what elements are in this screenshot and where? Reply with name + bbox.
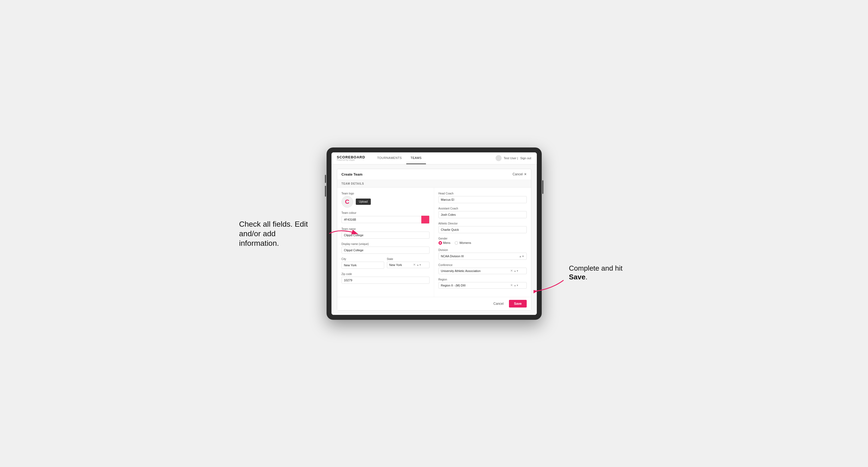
user-name: Test User | xyxy=(504,156,518,160)
assistant-coach-label: Assistant Coach xyxy=(438,207,527,210)
gender-mens-option[interactable]: Mens xyxy=(438,241,451,245)
form-right: Head Coach Assistant Coach Athletic Dire… xyxy=(434,188,531,297)
gender-row: Mens Womens xyxy=(438,241,527,245)
left-arrow-icon xyxy=(327,225,359,242)
colour-field-wrapper xyxy=(342,216,430,224)
division-label: Division xyxy=(438,249,527,251)
tab-teams[interactable]: TEAMS xyxy=(406,152,426,164)
assistant-coach-group: Assistant Coach xyxy=(438,207,527,218)
device-screen: SCOREBOARD Powered by clippd TOURNAMENTS… xyxy=(332,152,537,315)
region-select[interactable]: Region II - (M) DIII ✕ ▲▼ xyxy=(438,282,527,289)
gender-womens-radio[interactable] xyxy=(455,241,458,245)
cancel-button[interactable]: Cancel xyxy=(491,300,506,307)
state-group: State New York ✕ ▲▼ xyxy=(387,257,430,269)
nav-bar: SCOREBOARD Powered by clippd TOURNAMENTS… xyxy=(332,152,537,164)
team-logo-group: Team logo C Upload xyxy=(342,192,430,208)
state-clear-icon[interactable]: ✕ xyxy=(413,263,415,266)
content-area: Create Team Cancel ✕ TEAM DETAILS xyxy=(332,164,537,315)
team-colour-input[interactable] xyxy=(342,216,421,223)
state-arrow-icon: ▲▼ xyxy=(417,263,422,266)
team-colour-group: Team colour xyxy=(342,211,430,224)
city-label: City xyxy=(342,257,384,260)
gender-label: Gender xyxy=(438,237,527,240)
right-arrow-icon xyxy=(533,275,566,297)
athletic-director-input[interactable] xyxy=(438,226,527,233)
form-body: Team logo C Upload Team colo xyxy=(337,188,531,297)
logo-circle: C xyxy=(342,196,353,208)
app-logo: SCOREBOARD Powered by clippd xyxy=(337,155,365,161)
state-label: State xyxy=(387,257,430,260)
gender-group: Gender Mens Womens xyxy=(438,237,527,245)
save-button[interactable]: Save xyxy=(509,300,526,308)
division-group: Division NCAA Division III ▲▼ xyxy=(438,249,527,260)
sign-out-link[interactable]: Sign out xyxy=(520,156,531,160)
gender-womens-option[interactable]: Womens xyxy=(455,241,471,245)
gender-mens-radio[interactable] xyxy=(438,241,442,245)
assistant-coach-input[interactable] xyxy=(438,211,527,218)
display-name-input[interactable] xyxy=(342,247,430,254)
division-select[interactable]: NCAA Division III xyxy=(438,253,527,260)
conference-clear-icon[interactable]: ✕ xyxy=(510,269,513,272)
region-arrow-icon: ▲▼ xyxy=(514,284,519,287)
tab-tournaments[interactable]: TOURNAMENTS xyxy=(373,152,406,164)
nav-user-area: Test User | Sign out xyxy=(496,155,531,161)
conference-label: Conference xyxy=(438,263,527,267)
head-coach-input[interactable] xyxy=(438,196,527,203)
conference-select-actions: ✕ ▲▼ xyxy=(510,269,519,272)
athletic-director-label: Athletic Director xyxy=(438,222,527,225)
form-footer: Cancel Save xyxy=(337,297,531,310)
head-coach-label: Head Coach xyxy=(438,192,527,195)
conference-select[interactable]: University Athletic Association ✕ ▲▼ xyxy=(438,268,527,274)
form-title: Create Team xyxy=(342,172,363,177)
region-select-actions: ✕ ▲▼ xyxy=(510,284,519,287)
team-logo-label: Team logo xyxy=(342,192,430,195)
zip-input[interactable] xyxy=(342,277,430,284)
city-state-row: City State New York ✕ ▲▼ xyxy=(342,257,430,269)
zip-label: Zip code xyxy=(342,273,430,276)
region-clear-icon[interactable]: ✕ xyxy=(510,284,513,287)
avatar xyxy=(496,155,502,161)
display-name-group: Display name (unique) xyxy=(342,243,430,254)
state-select[interactable]: New York ✕ ▲▼ xyxy=(387,261,430,268)
form-left: Team logo C Upload Team colo xyxy=(337,188,434,297)
conference-group: Conference University Athletic Associati… xyxy=(438,263,527,274)
region-group: Region Region II - (M) DIII ✕ ▲▼ xyxy=(438,278,527,289)
form-container: Create Team Cancel ✕ TEAM DETAILS xyxy=(337,169,531,311)
upload-button[interactable]: Upload xyxy=(356,198,371,205)
left-annotation: Check all fields. Edit and/or add inform… xyxy=(239,219,310,248)
close-icon: ✕ xyxy=(524,172,527,176)
conference-arrow-icon: ▲▼ xyxy=(514,270,519,272)
division-select-wrapper: NCAA Division III ▲▼ xyxy=(438,253,527,260)
athletic-director-group: Athletic Director xyxy=(438,222,527,233)
colour-swatch[interactable] xyxy=(421,216,430,224)
form-header: Create Team Cancel ✕ xyxy=(337,169,531,180)
region-label: Region xyxy=(438,278,527,281)
head-coach-group: Head Coach xyxy=(438,192,527,203)
section-header: TEAM DETAILS xyxy=(337,180,531,188)
city-group: City xyxy=(342,257,384,269)
zip-group: Zip code xyxy=(342,273,430,284)
state-select-actions: ✕ ▲▼ xyxy=(413,263,422,266)
team-colour-label: Team colour xyxy=(342,211,430,214)
form-cancel-top[interactable]: Cancel ✕ xyxy=(513,172,526,176)
right-annotation: Complete and hit Save. xyxy=(569,264,629,282)
logo-area: C Upload xyxy=(342,196,430,208)
nav-tabs: TOURNAMENTS TEAMS xyxy=(373,152,495,164)
display-name-label: Display name (unique) xyxy=(342,243,430,246)
city-input[interactable] xyxy=(342,261,384,269)
